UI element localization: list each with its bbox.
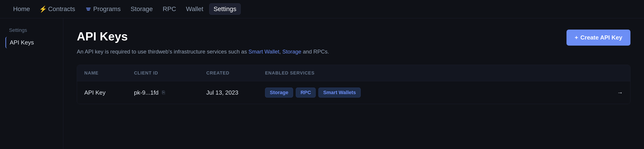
cell-name: API Key bbox=[77, 81, 127, 104]
client-id-value: pk-9...1fd bbox=[134, 89, 158, 96]
home-label: Home bbox=[13, 5, 30, 13]
cell-services: Storage RPC Smart Wallets bbox=[258, 81, 610, 104]
create-button-label: Create API Key bbox=[580, 34, 622, 41]
sidebar-section-label: Settings bbox=[6, 27, 58, 33]
api-keys-table: NAME CLIENT ID CREATED ENABLED SERVICES … bbox=[77, 65, 630, 104]
nav-item-rpc[interactable]: RPC bbox=[159, 3, 180, 14]
storage-label: Storage bbox=[130, 5, 153, 13]
main-layout: Settings API Keys API Keys An API key is… bbox=[0, 18, 644, 149]
rpc-label: RPC bbox=[163, 5, 176, 13]
badge-smart-wallets: Smart Wallets bbox=[318, 88, 361, 98]
page-header: API Keys An API key is required to use t… bbox=[77, 29, 630, 56]
create-api-key-button[interactable]: + Create API Key bbox=[566, 29, 630, 46]
nav-item-programs[interactable]: Programs bbox=[81, 3, 125, 14]
lightning-icon: ⚡ bbox=[40, 6, 46, 12]
cell-created: Jul 13, 2023 bbox=[199, 81, 258, 104]
col-header-enabled-services: ENABLED SERVICES bbox=[258, 65, 610, 81]
settings-label: Settings bbox=[214, 5, 236, 13]
main-content: API Keys An API key is required to use t… bbox=[63, 18, 644, 149]
storage-link[interactable]: Storage bbox=[282, 48, 301, 55]
client-id-cell: pk-9...1fd ⎘ bbox=[134, 89, 192, 96]
badge-rpc: RPC bbox=[296, 88, 316, 98]
table-header-row: NAME CLIENT ID CREATED ENABLED SERVICES bbox=[77, 65, 630, 81]
smart-wallet-link[interactable]: Smart Wallet bbox=[248, 48, 279, 55]
top-navigation: Home ⚡ Contracts Programs Storage RPC Wa… bbox=[0, 0, 644, 18]
services-badges: Storage RPC Smart Wallets bbox=[265, 88, 603, 98]
page-header-left: API Keys An API key is required to use t… bbox=[77, 29, 329, 56]
col-header-arrow bbox=[610, 65, 630, 81]
sidebar: Settings API Keys bbox=[0, 18, 63, 149]
nav-item-settings[interactable]: Settings bbox=[209, 3, 241, 15]
nav-item-wallet[interactable]: Wallet bbox=[182, 3, 208, 14]
description-comma: , bbox=[279, 48, 282, 55]
table-row[interactable]: API Key pk-9...1fd ⎘ Jul 13, 2023 Storag… bbox=[77, 81, 630, 104]
wallet-label: Wallet bbox=[186, 5, 203, 13]
col-header-client-id: CLIENT ID bbox=[127, 65, 199, 81]
create-button-plus: + bbox=[575, 34, 578, 41]
nav-item-contracts[interactable]: ⚡ Contracts bbox=[36, 3, 79, 14]
layers-icon bbox=[85, 6, 92, 12]
sidebar-item-api-keys[interactable]: API Keys bbox=[6, 37, 58, 48]
sidebar-item-label: API Keys bbox=[10, 39, 34, 46]
page-title: API Keys bbox=[77, 29, 329, 43]
cell-arrow: → bbox=[610, 81, 630, 104]
col-header-created: CREATED bbox=[199, 65, 258, 81]
contracts-label: Contracts bbox=[48, 5, 75, 13]
table-body: API Key pk-9...1fd ⎘ Jul 13, 2023 Storag… bbox=[77, 81, 630, 104]
nav-item-home[interactable]: Home bbox=[9, 3, 34, 14]
cell-client-id: pk-9...1fd ⎘ bbox=[127, 81, 199, 104]
col-header-name: NAME bbox=[77, 65, 127, 81]
description-text-2: and RPCs. bbox=[301, 48, 329, 55]
nav-item-storage[interactable]: Storage bbox=[126, 3, 157, 14]
badge-storage: Storage bbox=[265, 88, 293, 98]
row-arrow-icon: → bbox=[617, 89, 623, 96]
description-text-1: An API key is required to use thirdweb's… bbox=[77, 48, 248, 55]
page-description: An API key is required to use thirdweb's… bbox=[77, 48, 329, 56]
copy-icon[interactable]: ⎘ bbox=[162, 90, 165, 96]
api-keys-table-container: NAME CLIENT ID CREATED ENABLED SERVICES … bbox=[77, 65, 630, 104]
programs-label: Programs bbox=[93, 5, 121, 13]
table-header: NAME CLIENT ID CREATED ENABLED SERVICES bbox=[77, 65, 630, 81]
